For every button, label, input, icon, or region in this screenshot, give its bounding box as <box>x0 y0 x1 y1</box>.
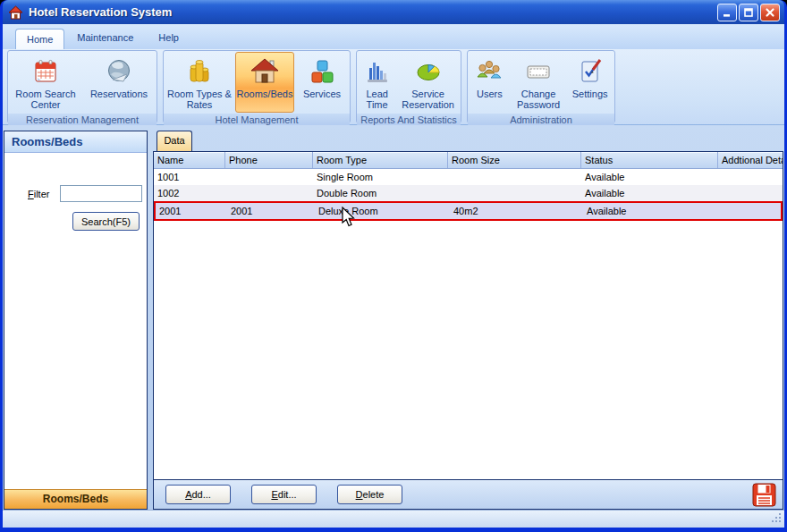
settings-icon <box>577 55 604 88</box>
bar-chart-icon <box>364 55 391 88</box>
titlebar: Hotel Reservation System <box>3 0 784 24</box>
ribbon-group-reservation-management: Room Search Center Reservations Reservat… <box>7 50 157 123</box>
content-area: Rooms/Beds Filter Search(F5) Rooms/Beds … <box>3 125 784 510</box>
ribbon-button-users[interactable]: Users <box>470 52 510 113</box>
calendar-icon <box>32 55 59 88</box>
tab-home[interactable]: Home <box>15 29 64 49</box>
house-icon <box>250 55 279 88</box>
column-header-phone[interactable]: Phone <box>225 152 313 168</box>
sidebar-body: Filter Search(F5) <box>4 153 147 489</box>
action-button-strip: Add... Edit... Delete <box>154 479 783 509</box>
cell-room-size <box>448 185 581 201</box>
column-header-additional-details[interactable]: Addtional Deta <box>718 152 783 168</box>
ribbon-button-rooms-beds[interactable]: Rooms/Beds <box>235 52 294 113</box>
ribbon-group-label: Administration <box>468 114 614 126</box>
tab-data[interactable]: Data <box>157 131 192 151</box>
ribbon-group-label: Hotel Management <box>164 114 350 126</box>
table-row-selected[interactable]: 2001 2001 Deluxe Room 40m2 Available <box>154 201 783 221</box>
coins-icon <box>186 55 213 88</box>
cell-room-type: Single Room <box>313 169 448 185</box>
app-home-icon <box>8 5 24 20</box>
cell-status: Available <box>583 203 720 219</box>
ribbon-button-lead-time[interactable]: Lead Time <box>359 52 395 113</box>
globe-icon <box>106 55 132 88</box>
cell-name: 2001 <box>156 203 227 219</box>
cell-name: 1001 <box>154 169 225 185</box>
column-header-room-type[interactable]: Room Type <box>313 152 448 168</box>
cell-phone <box>225 169 313 185</box>
cell-room-size <box>448 169 581 185</box>
cell-phone: 2001 <box>227 203 315 219</box>
window-title: Hotel Reservation System <box>29 5 172 19</box>
filter-input[interactable] <box>60 185 142 202</box>
main-panel: Data Name Phone Room Type Room Size Stat… <box>153 131 783 510</box>
ribbon-button-room-types-rates[interactable]: Room Types & Rates <box>165 52 233 113</box>
ribbon-group-reports-statistics: Lead Time Service Reservation Reports An… <box>356 50 461 123</box>
delete-button[interactable]: Delete <box>337 485 402 504</box>
cell-additional <box>720 203 781 219</box>
ribbon-button-room-search-center[interactable]: Room Search Center <box>10 52 81 113</box>
rooms-table-panel: Name Phone Room Type Room Size Status Ad… <box>153 151 783 510</box>
close-button[interactable] <box>760 4 780 21</box>
ribbon-group-label: Reports And Statistics <box>357 114 461 126</box>
cell-phone <box>225 185 313 201</box>
cell-status: Available <box>581 185 718 201</box>
cell-room-size: 40m2 <box>450 203 583 219</box>
menu-tabstrip: Home Maintenance Help <box>3 24 784 49</box>
cubes-icon <box>309 55 335 88</box>
cell-room-type: Deluxe Room <box>315 203 450 219</box>
cell-additional <box>718 169 783 185</box>
ribbon: Room Search Center Reservations Reservat… <box>3 49 784 125</box>
resize-grip-icon[interactable] <box>771 512 783 526</box>
minimize-button[interactable] <box>717 4 737 21</box>
edit-button[interactable]: Edit... <box>251 485 317 504</box>
ribbon-button-change-password[interactable]: Change Password <box>512 52 565 113</box>
ribbon-button-service-reservation[interactable]: Service Reservation <box>397 52 459 113</box>
users-icon <box>476 55 503 88</box>
cell-additional <box>718 185 783 201</box>
ribbon-button-services[interactable]: Services <box>296 52 348 113</box>
save-icon[interactable] <box>752 483 776 507</box>
cell-room-type: Double Room <box>313 185 448 201</box>
ribbon-button-reservations[interactable]: Reservations <box>83 52 155 113</box>
password-field-icon <box>525 55 552 88</box>
ribbon-group-administration: Users Change Password <box>467 50 615 123</box>
cell-status: Available <box>581 169 718 185</box>
ribbon-group-hotel-management: Room Types & Rates Rooms/Beds <box>163 50 351 123</box>
status-bar <box>3 510 784 528</box>
search-button[interactable]: Search(F5) <box>72 212 140 231</box>
table-header: Name Phone Room Type Room Size Status Ad… <box>154 152 783 169</box>
column-header-name[interactable]: Name <box>154 152 225 168</box>
ribbon-button-settings[interactable]: Settings <box>567 52 613 113</box>
sidebar-footer-rooms-beds[interactable]: Rooms/Beds <box>4 489 147 509</box>
cell-name: 1002 <box>154 185 225 201</box>
tab-help[interactable]: Help <box>146 26 191 49</box>
filter-label: Filter <box>28 189 49 199</box>
app-window: Hotel Reservation System Home Maintenanc… <box>0 0 787 532</box>
table-row[interactable]: 1001 Single Room Available <box>154 169 783 185</box>
sidebar-rooms-beds: Rooms/Beds Filter Search(F5) Rooms/Beds <box>4 131 148 510</box>
table-row[interactable]: 1002 Double Room Available <box>154 185 783 201</box>
sidebar-title: Rooms/Beds <box>4 131 147 153</box>
pie-chart-icon <box>415 55 442 88</box>
tab-maintenance[interactable]: Maintenance <box>64 26 146 49</box>
add-button[interactable]: Add... <box>165 485 231 504</box>
column-header-status[interactable]: Status <box>581 152 718 168</box>
table-empty-area <box>154 221 783 479</box>
maximize-button[interactable] <box>739 4 758 21</box>
ribbon-group-label: Reservation Management <box>8 114 157 126</box>
column-header-room-size[interactable]: Room Size <box>448 152 581 168</box>
